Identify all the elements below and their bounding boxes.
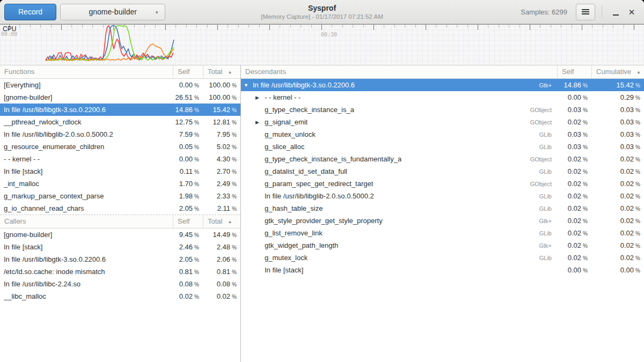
close-button[interactable]: ✕	[624, 4, 640, 20]
table-row[interactable]: g_io_channel_read_chars2.05%2.11%	[0, 202, 240, 215]
total-column-header[interactable]: Total▲	[203, 215, 240, 228]
hamburger-icon	[582, 9, 589, 14]
percent-sign: %	[232, 157, 237, 162]
table-row[interactable]: In file [stack]2.46%2.48%	[0, 241, 240, 253]
percent-sign: %	[232, 83, 237, 88]
percent-cell: 100.00%	[203, 81, 240, 89]
functions-column-header[interactable]: Functions	[0, 65, 173, 78]
percent-sign: %	[194, 206, 199, 212]
expander-right-icon[interactable]: ▶	[255, 120, 265, 125]
percent-value: 2.05	[179, 204, 193, 212]
table-row[interactable]: ▶- - kernel - -0.00%0.29%	[241, 91, 644, 104]
percent-sign: %	[635, 181, 640, 187]
percent-sign: %	[194, 120, 199, 125]
self-column-header[interactable]: Self	[173, 215, 203, 228]
table-row[interactable]: g_slice_allocGLib0.03%0.03%	[241, 141, 644, 153]
percent-value: 2.48	[217, 243, 230, 251]
table-row[interactable]: __libc_malloc0.02%0.02%	[0, 290, 240, 302]
expander-down-icon[interactable]: ▼	[244, 83, 253, 88]
table-row[interactable]: [gnome-builder]9.45%14.49%	[0, 228, 240, 241]
ruler-tick	[613, 25, 613, 28]
percent-value: 0.00	[179, 81, 193, 89]
table-row[interactable]: In file /usr/lib/libglib-2.0.so.0.5000.2…	[0, 128, 240, 141]
cpu-graph[interactable]: CPU 00:00 00:30	[0, 24, 644, 65]
left-pane: Functions Self Total▲ [Everything]0.00%1…	[0, 65, 241, 362]
table-row[interactable]: In file /usr/lib/libc-2.24.so0.08%0.08%	[0, 278, 240, 290]
percent-cell: 0.02%	[203, 292, 240, 300]
menu-button[interactable]	[576, 4, 595, 20]
ruler-tick	[228, 25, 228, 28]
percent-sign: %	[635, 95, 640, 101]
function-name: g_resource_enumerate_children	[0, 143, 173, 151]
function-name: _int_malloc	[0, 180, 173, 188]
table-row[interactable]: __pthread_rwlock_rdlock12.75%12.81%	[0, 116, 240, 128]
self-column-header[interactable]: Self	[557, 65, 591, 78]
percent-cell: 7.95%	[203, 130, 240, 138]
table-row[interactable]: In file /usr/lib/libgtk-3.so.0.2200.62.0…	[0, 253, 240, 265]
percent-cell: 14.49%	[203, 231, 240, 239]
record-button[interactable]: Record	[4, 4, 56, 20]
percent-cell: 2.05%	[173, 255, 203, 263]
callers-column-header[interactable]: Callers	[0, 215, 173, 228]
right-pane: Descendants Self Cumulative▲ ▼In file /u…	[241, 65, 644, 362]
ruler-tick	[259, 25, 260, 28]
table-row[interactable]: g_resource_enumerate_children0.05%5.02%	[0, 141, 240, 153]
total-column-header[interactable]: Total▲	[203, 65, 240, 78]
table-row[interactable]: _int_malloc1.70%2.49%	[0, 178, 240, 190]
table-row[interactable]: - - kernel - -0.00%4.30%	[0, 153, 240, 165]
ruler-tick	[30, 25, 31, 28]
library-badge: GLib	[539, 255, 557, 261]
percent-sign: %	[232, 206, 237, 212]
table-row[interactable]: g_datalist_id_set_data_fullGLib0.02%0.02…	[241, 165, 644, 178]
process-selector-dropdown[interactable]: gnome-builder ▼	[60, 4, 165, 20]
descendant-name: g_list_remove_linkGLib	[241, 229, 557, 237]
descendants-table-header: Descendants Self Cumulative▲	[241, 65, 644, 79]
table-row[interactable]: g_hash_table_sizeGLib0.02%0.02%	[241, 202, 644, 215]
ruler-tick	[196, 25, 197, 28]
percent-value: 0.03	[620, 118, 634, 126]
table-row[interactable]: /etc/ld.so.cache: inode mismatch0.81%0.8…	[0, 265, 240, 278]
percent-value: 0.02	[620, 254, 634, 262]
percent-value: 7.59	[179, 130, 193, 138]
percent-sign: %	[232, 95, 237, 101]
table-row[interactable]: g_mutex_unlockGLib0.03%0.03%	[241, 128, 644, 141]
table-row[interactable]: In file [stack]0.00%0.00%	[241, 264, 644, 276]
percent-cell: 0.03%	[591, 143, 644, 151]
table-row[interactable]: g_list_remove_linkGLib0.02%0.02%	[241, 227, 644, 239]
self-column-header[interactable]: Self	[173, 65, 203, 78]
minimize-button[interactable]	[608, 4, 624, 20]
functions-table-header: Functions Self Total▲	[0, 65, 240, 79]
descendant-name: ▶- - kernel - -	[241, 93, 557, 101]
cumulative-column-header[interactable]: Cumulative▲	[591, 65, 644, 78]
table-row[interactable]: g_type_check_instance_is_fundamentally_a…	[241, 153, 644, 165]
table-row[interactable]: ▶g_signal_emitGObject0.02%0.03%	[241, 116, 644, 128]
percent-value: 0.08	[217, 280, 230, 288]
percent-value: 0.00	[620, 266, 634, 274]
table-row[interactable]: In file [stack]0.11%2.70%	[0, 165, 240, 178]
ruler-tick	[572, 25, 572, 28]
table-row[interactable]: [gnome-builder]26.51%100.00%	[0, 91, 240, 104]
percent-value: 0.02	[217, 292, 230, 300]
table-row[interactable]: g_param_spec_get_redirect_targetGObject0…	[241, 178, 644, 190]
percent-sign: %	[635, 206, 640, 212]
percent-value: 0.02	[620, 180, 634, 188]
table-row[interactable]: gtk_style_provider_get_style_propertyGtk…	[241, 215, 644, 227]
expander-right-icon[interactable]: ▶	[255, 95, 265, 100]
percent-cell: 2.06%	[203, 255, 240, 263]
table-row[interactable]: In file /usr/lib/libgtk-3.so.0.2200.614.…	[0, 104, 240, 116]
table-row[interactable]: g_type_check_instance_is_aGObject0.03%0.…	[241, 104, 644, 116]
table-row[interactable]: [Everything]0.00%100.00%	[0, 79, 240, 91]
table-row[interactable]: gtk_widget_path_lengthGtk+0.02%0.02%	[241, 239, 644, 252]
percent-sign: %	[232, 194, 237, 200]
descendants-column-header[interactable]: Descendants	[241, 65, 557, 78]
ruler-tick	[540, 25, 540, 28]
sort-ascending-icon: ▲	[228, 219, 232, 224]
table-row[interactable]: g_markup_parse_context_parse1.98%2.33%	[0, 190, 240, 202]
ruler-tick	[363, 25, 364, 28]
table-row[interactable]: In file /usr/lib/libglib-2.0.so.0.5000.2…	[241, 190, 644, 202]
percent-sign: %	[232, 269, 237, 275]
headerbar-left: Record gnome-builder ▼	[4, 4, 165, 20]
table-row[interactable]: g_mutex_lockGLib0.02%0.02%	[241, 252, 644, 264]
ruler-tick	[624, 25, 624, 28]
table-row[interactable]: ▼In file /usr/lib/libgtk-3.so.0.2200.6Gt…	[241, 79, 644, 91]
